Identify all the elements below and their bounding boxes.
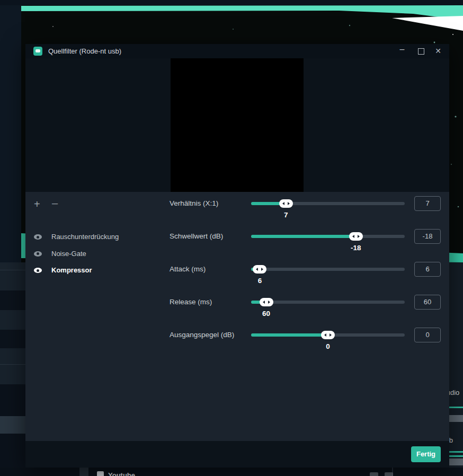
background-row	[0, 270, 25, 291]
filter-item[interactable]: Rauschunterdrückung	[25, 229, 170, 245]
background-row	[0, 364, 25, 385]
slider-number-input[interactable]: 7	[414, 196, 441, 211]
handle-left-arrow-icon	[256, 268, 258, 271]
background-row	[0, 262, 25, 270]
handle-right-arrow-icon	[330, 333, 332, 337]
close-button[interactable]: ✕	[432, 46, 444, 56]
dialog-title: Quellfilter (Rode-nt usb)	[48, 47, 121, 55]
slider-label: Attack (ms)	[170, 265, 249, 274]
minimize-button[interactable]: –	[396, 44, 408, 55]
background-row	[0, 434, 25, 468]
remove-filter-button[interactable]: –	[52, 198, 58, 208]
slider-handle[interactable]	[321, 331, 335, 339]
slider-track[interactable]	[251, 333, 405, 337]
slider-handle[interactable]	[349, 232, 363, 241]
slider-track[interactable]	[251, 235, 405, 238]
slider-track[interactable]	[251, 268, 405, 271]
slider-value-label: -18	[351, 244, 361, 252]
slider-number-input[interactable]: 0	[414, 328, 441, 342]
slider-value-label: 0	[326, 342, 330, 350]
slider-handle[interactable]	[279, 199, 293, 208]
slider-value-label: 6	[258, 277, 262, 285]
slider-label: Ausgangspegel (dB)	[170, 330, 249, 339]
background-mixer-panel: Audio usb	[449, 262, 463, 468]
handle-left-arrow-icon	[263, 301, 265, 304]
slider-label: Schwellwert (dB)	[170, 232, 249, 241]
slider-fill	[251, 235, 356, 238]
source-checkbox-icon[interactable]	[97, 471, 104, 476]
maximize-icon	[418, 48, 424, 55]
background-row	[0, 384, 25, 416]
handle-right-arrow-icon	[288, 202, 290, 205]
slider-number-input[interactable]: 6	[414, 262, 441, 277]
handle-left-arrow-icon	[352, 235, 354, 238]
slider-value-label: 60	[262, 310, 270, 318]
filter-item-label: Kompressor	[51, 266, 92, 274]
filter-preview	[171, 58, 304, 192]
slider-number-input[interactable]: 60	[414, 295, 441, 310]
mixer-meter	[449, 415, 463, 422]
source-filters-dialog: Quellfilter (Rode-nt usb) – ✕ + – Rausch…	[25, 44, 449, 468]
slider-value-label: 7	[284, 211, 288, 219]
streamlabs-app-icon	[33, 47, 42, 56]
maximize-button[interactable]	[415, 46, 427, 56]
filter-item-label: Noise-Gate	[51, 250, 86, 258]
background-row	[0, 290, 25, 310]
add-filter-button[interactable]: +	[34, 199, 40, 209]
eye-icon[interactable]	[385, 472, 393, 476]
background-row	[0, 348, 25, 364]
background-row	[0, 330, 25, 348]
mixer-volume-slider[interactable]	[449, 451, 463, 453]
slider-handle[interactable]	[253, 265, 266, 274]
slider-handle[interactable]	[260, 298, 273, 306]
slider-label: Release (ms)	[170, 297, 249, 306]
dialog-titlebar: Quellfilter (Rode-nt usb) – ✕	[25, 44, 449, 58]
mixer-volume-slider[interactable]	[449, 455, 463, 457]
filter-item-label: Rauschunterdrückung	[51, 233, 119, 241]
filter-item[interactable]: Kompressor	[25, 262, 170, 279]
filter-item[interactable]: Noise-Gate	[25, 246, 170, 262]
slider-label: Verhältnis (X:1)	[170, 199, 249, 208]
handle-left-arrow-icon	[282, 202, 284, 205]
source-item-label: Youtube	[108, 471, 135, 476]
mixer-volume-slider[interactable]	[449, 407, 463, 408]
dialog-footer: Fertig	[25, 441, 449, 468]
mixer-meter	[449, 459, 463, 465]
slider-track[interactable]	[251, 202, 405, 205]
background-bottom-block	[79, 468, 88, 476]
visibility-eye-icon[interactable]	[34, 268, 42, 273]
background-row-highlighted	[0, 416, 25, 434]
visibility-eye-icon[interactable]	[34, 251, 42, 257]
background-row	[0, 310, 25, 330]
filter-controls-panel: + – RauschunterdrückungNoise-GateKompres…	[25, 192, 449, 441]
done-button[interactable]: Fertig	[411, 446, 441, 462]
handle-right-arrow-icon	[268, 301, 270, 304]
slider-track[interactable]	[251, 301, 405, 304]
handle-right-arrow-icon	[358, 235, 360, 238]
slider-number-input[interactable]: -18	[414, 229, 441, 244]
background-bottom-strip	[0, 468, 463, 476]
handle-left-arrow-icon	[324, 333, 326, 337]
background-titlebar	[0, 0, 463, 5]
handle-right-arrow-icon	[261, 268, 263, 271]
slider-fill	[251, 333, 328, 337]
visibility-eye-icon[interactable]	[34, 234, 42, 240]
lock-icon[interactable]	[370, 472, 378, 476]
